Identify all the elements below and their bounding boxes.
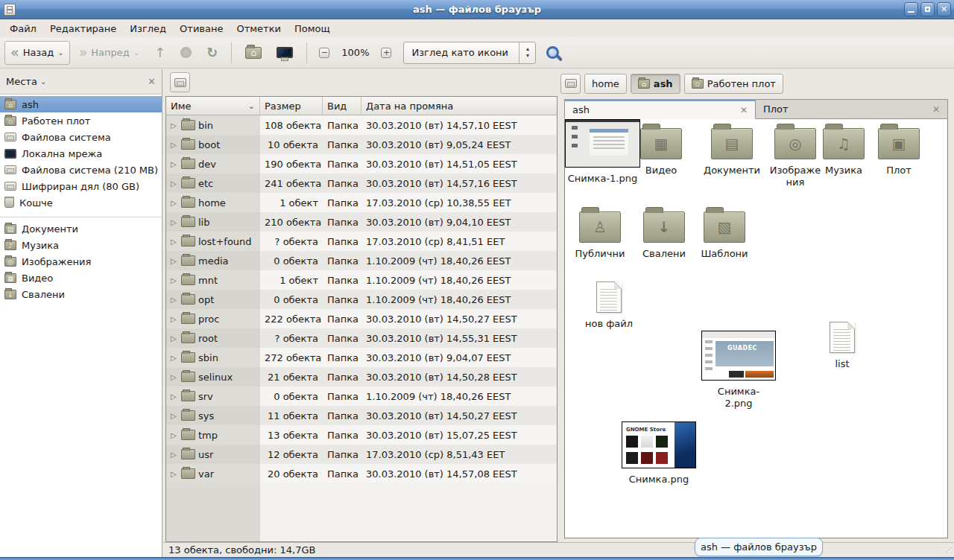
list-item[interactable]: Плот (868, 128, 930, 176)
expander-icon[interactable]: ▷ (171, 334, 178, 343)
computer-button[interactable] (271, 41, 299, 65)
sidebar-item[interactable]: ⌂ ash (0, 96, 162, 112)
breadcrumb-root-button[interactable] (560, 74, 581, 94)
back-dropdown-icon[interactable]: ⌄ (57, 48, 63, 57)
expander-icon[interactable]: ▷ (171, 451, 178, 459)
table-row[interactable]: ▷ lost+found ? обекта Папка 17.03.2010 (… (166, 232, 557, 251)
list-item[interactable]: Шаблони (695, 211, 754, 260)
table-row[interactable]: ▷ sys 11 обекта Папка 30.03.2010 (вт) 14… (166, 406, 557, 425)
table-row[interactable]: ▷ var 20 обекта Папка 30.03.2010 (вт) 14… (166, 464, 557, 483)
expander-icon[interactable]: ▷ (171, 373, 178, 381)
zoom-out-button[interactable]: − (315, 43, 334, 63)
tab-close-icon[interactable]: ✕ (932, 104, 940, 115)
resize-grip[interactable]: ⋰ (945, 548, 953, 556)
list-item[interactable]: Публични (569, 211, 631, 260)
tab[interactable]: ash ✕ (564, 99, 756, 119)
table-row[interactable]: ▷ home 1 обект Папка 17.03.2010 (ср) 10,… (166, 193, 557, 212)
breadcrumb-button[interactable]: ▫ Работен плот (684, 74, 783, 94)
maximize-button[interactable] (920, 2, 935, 16)
stop-button[interactable] (174, 41, 198, 65)
menu-item[interactable]: Помощ (288, 22, 337, 36)
list-item[interactable]: Снимка-1.png (565, 119, 640, 185)
taskbar-window-button[interactable]: ash — файлов браузър (695, 538, 823, 556)
sidebar-item[interactable]: Файлова система (0, 129, 162, 145)
sidebar-item[interactable]: ▤ Документи (0, 220, 162, 237)
list-item[interactable]: Документи (701, 128, 763, 176)
expander-icon[interactable]: ▷ (171, 276, 178, 284)
expander-icon[interactable]: ▷ (171, 218, 178, 226)
menu-item[interactable]: Файл (3, 22, 43, 36)
sidebar-item[interactable]: ▦ Видео (0, 270, 162, 286)
sidebar-item[interactable]: Локална мрежа (0, 145, 162, 162)
menu-item[interactable]: Изглед (123, 22, 173, 36)
table-row[interactable]: ▷ bin 108 обекта Папка 30.03.2010 (вт) 1… (166, 115, 557, 135)
expander-icon[interactable]: ▷ (171, 160, 178, 168)
search-button[interactable] (546, 46, 559, 59)
sidebar-item[interactable]: ▫ Работен плот (0, 112, 162, 129)
expander-icon[interactable]: ▷ (171, 179, 178, 188)
sidebar-close-icon[interactable]: ✕ (148, 76, 156, 87)
column-header-date[interactable]: Дата на промяна (361, 97, 557, 115)
close-button[interactable]: ✕ (937, 2, 951, 16)
list-item[interactable]: Музика (821, 128, 866, 176)
list-item[interactable]: Свалени (632, 211, 696, 260)
sidebar-item[interactable]: Шифриран дял (80 GB) (0, 178, 162, 194)
expander-icon[interactable]: ▷ (171, 199, 178, 207)
sidebar-item[interactable]: ♪ Музика (0, 237, 162, 253)
expander-icon[interactable]: ▷ (171, 121, 178, 130)
tab-close-icon[interactable]: ✕ (740, 105, 748, 115)
list-item[interactable]: нов файл (569, 281, 648, 330)
sidebar-item[interactable]: ↓ Свалени (0, 286, 162, 302)
expander-icon[interactable]: ▷ (171, 257, 178, 265)
list-item[interactable]: list (802, 322, 882, 370)
table-row[interactable]: ▷ dev 190 обекта Папка 30.03.2010 (вт) 1… (166, 154, 557, 174)
table-row[interactable]: ▷ lib 210 обекта Папка 30.03.2010 (вт) 9… (166, 212, 557, 232)
expander-icon[interactable]: ▷ (171, 238, 178, 246)
minimize-button[interactable] (904, 2, 918, 16)
table-row[interactable]: ▷ proc 222 обекта Папка 30.03.2010 (вт) … (166, 309, 557, 328)
forward-button[interactable]: » Напред ⌄ (73, 41, 146, 65)
column-header-name[interactable]: Име ⌄ (166, 97, 260, 115)
table-row[interactable]: ▷ tmp 13 обекта Папка 30.03.2010 (вт) 15… (166, 425, 557, 445)
sidebar-item[interactable]: Файлова система (210 MB) (0, 162, 162, 178)
sidebar-chevron-icon[interactable]: ⌄ (40, 77, 46, 86)
menu-item[interactable]: Отметки (230, 22, 287, 36)
expander-icon[interactable]: ▷ (171, 354, 178, 362)
expander-icon[interactable]: ▷ (171, 392, 178, 401)
menu-item[interactable]: Отиване (173, 22, 230, 36)
table-row[interactable]: ▷ srv 0 обекта Папка 1.10.2009 (чт) 18,4… (166, 386, 557, 406)
list-item[interactable]: Снимка.png (619, 421, 699, 486)
tab[interactable]: Плот ✕ (756, 99, 948, 119)
table-row[interactable]: ▷ selinux 21 обекта Папка 30.03.2010 (вт… (166, 367, 557, 386)
table-row[interactable]: ▷ media 0 обекта Папка 1.10.2009 (чт) 18… (166, 251, 557, 270)
sidebar-title[interactable]: Места (6, 76, 37, 87)
pane-drive-button[interactable] (170, 72, 190, 92)
list-item[interactable]: Изображения (768, 128, 823, 188)
expander-icon[interactable]: ▷ (171, 296, 178, 304)
home-button[interactable] (239, 41, 268, 65)
table-row[interactable]: ▷ usr 12 обекта Папка 17.03.2010 (ср) 8,… (166, 445, 557, 464)
view-mode-select[interactable]: Изглед като икони ▴▾ (403, 42, 536, 64)
column-header-type[interactable]: Вид (323, 97, 361, 115)
reload-button[interactable]: ↻ (200, 41, 224, 65)
expander-icon[interactable]: ▷ (171, 315, 178, 323)
sidebar-item[interactable]: ◎ Изображения (0, 253, 162, 270)
column-header-size[interactable]: Размер (260, 97, 323, 115)
breadcrumb-button[interactable]: home (584, 74, 627, 94)
zoom-in-button[interactable]: + (376, 43, 396, 63)
table-row[interactable]: ▷ boot 10 обекта Папка 30.03.2010 (вт) 9… (166, 135, 557, 154)
breadcrumb-button[interactable]: ⌂ ash (631, 74, 680, 94)
up-button[interactable]: ↑ (148, 41, 171, 65)
sidebar-item[interactable]: Кошче (0, 194, 162, 211)
table-row[interactable]: ▷ mnt 1 обект Папка 1.10.2009 (чт) 18,40… (166, 270, 557, 290)
expander-icon[interactable]: ▷ (171, 431, 178, 439)
icon-view[interactable]: Видео Документи Изображения Музика Плот … (564, 119, 948, 538)
menu-item[interactable]: Редактиране (43, 22, 123, 36)
table-row[interactable]: ▷ sbin 272 обекта Папка 30.03.2010 (вт) … (166, 348, 557, 367)
table-row[interactable]: ▷ root ? обекта Папка 30.03.2010 (вт) 14… (166, 328, 557, 348)
list-item[interactable]: Снимка-2.png (714, 331, 763, 409)
expander-icon[interactable]: ▷ (171, 412, 178, 420)
back-button[interactable]: « Назад ⌄ (4, 41, 70, 65)
table-row[interactable]: ▷ etc 241 обекта Папка 30.03.2010 (вт) 1… (166, 174, 557, 193)
expander-icon[interactable]: ▷ (171, 470, 178, 478)
